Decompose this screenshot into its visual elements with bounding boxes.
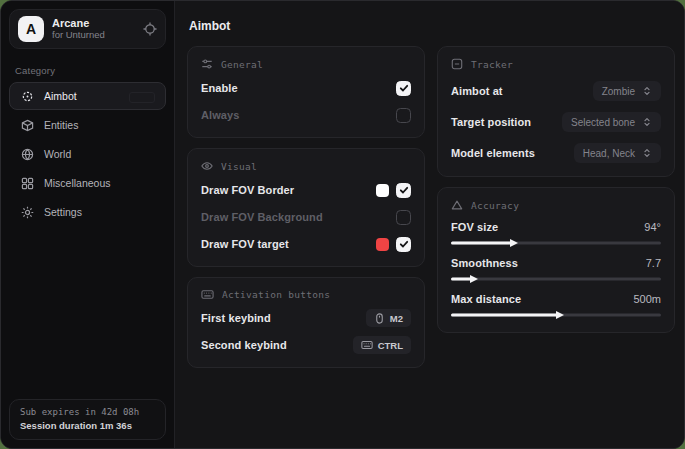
always-label: Always: [201, 109, 240, 121]
aimbot-at-select[interactable]: Zombie: [593, 81, 661, 101]
model-elements-label: Model elements: [451, 147, 535, 159]
accuracy-card: Accuracy FOV size 94° Smoothness: [437, 187, 675, 333]
page-title: Aimbot: [189, 19, 672, 33]
sidebar-item-label: World: [44, 148, 71, 160]
unfold-icon: [642, 117, 652, 127]
unfold-icon: [642, 86, 652, 96]
slider-thumb[interactable]: [470, 275, 478, 283]
keybind-value: M2: [390, 313, 403, 324]
smoothness-group: Smoothness 7.7: [451, 257, 661, 283]
sidebar-item-aimbot[interactable]: Aimbot: [9, 82, 166, 110]
fov-size-group: FOV size 94°: [451, 221, 661, 247]
sidebar-item-world[interactable]: World: [9, 140, 166, 168]
sidebar-item-label: Miscellaneous: [44, 177, 111, 189]
fov-size-label: FOV size: [451, 221, 498, 233]
sidebar-item-label: Aimbot: [44, 90, 77, 102]
fov-background-row: Draw FOV Background: [201, 208, 411, 226]
keyboard-icon: [201, 289, 214, 300]
sidebar-item-miscellaneous[interactable]: Miscellaneous: [9, 169, 166, 197]
max-distance-label: Max distance: [451, 293, 521, 305]
second-keybind-row: Second keybind CTRL: [201, 336, 411, 354]
max-distance-value: 500m: [633, 293, 661, 305]
fov-border-checkbox[interactable]: [396, 183, 411, 198]
section-title: Accuracy: [471, 200, 519, 211]
target-position-row: Target position Selected bone: [451, 112, 661, 132]
model-elements-row: Model elements Head, Neck: [451, 143, 661, 163]
select-value: Head, Neck: [583, 148, 635, 159]
enable-label: Enable: [201, 82, 238, 94]
model-elements-select[interactable]: Head, Neck: [574, 143, 661, 163]
first-keybind-label: First keybind: [201, 312, 271, 324]
always-checkbox[interactable]: [396, 108, 411, 123]
subscription-card: Sub expires in 42d 08h Session duration …: [9, 399, 166, 440]
box-icon: [21, 119, 34, 132]
sidebar-item-settings[interactable]: Settings: [9, 198, 166, 226]
crosshair-target-icon[interactable]: [143, 22, 157, 36]
fov-size-slider[interactable]: [451, 238, 661, 247]
enable-checkbox[interactable]: [396, 81, 411, 96]
fov-border-color-swatch[interactable]: [376, 184, 389, 197]
target-position-select[interactable]: Selected bone: [562, 112, 661, 132]
tracker-frame-icon: [451, 58, 463, 70]
grid-icon: [21, 177, 34, 190]
sidebar-item-label: Entities: [44, 119, 78, 131]
sub-expires-text: Sub expires in 42d 08h: [20, 407, 155, 417]
crosshair-icon: [21, 90, 34, 103]
visual-card: Visual Draw FOV Border Draw FOV Backgrou…: [187, 148, 425, 267]
tracker-card: Tracker Aimbot at Zombie Target position: [437, 46, 675, 177]
always-row: Always: [201, 106, 411, 124]
fov-target-color-swatch[interactable]: [376, 238, 389, 251]
session-duration-text: Session duration 1m 36s: [20, 420, 155, 431]
smoothness-value: 7.7: [646, 257, 661, 269]
sidebar-nav: Aimbot Entities World: [1, 82, 174, 226]
fov-target-label: Draw FOV target: [201, 238, 289, 250]
main-content: Aimbot General Enable: [175, 1, 684, 448]
slider-thumb[interactable]: [510, 239, 518, 247]
fov-target-checkbox[interactable]: [396, 237, 411, 252]
second-keybind-button[interactable]: CTRL: [353, 336, 411, 354]
fov-border-row: Draw FOV Border: [201, 181, 411, 199]
brand-text: Arcane for Unturned: [52, 17, 135, 41]
faint-hint-badge: [129, 92, 155, 103]
smoothness-slider[interactable]: [451, 274, 661, 283]
fov-border-label: Draw FOV Border: [201, 184, 294, 196]
activation-card: Activation buttons First keybind M2: [187, 277, 425, 368]
section-title: General: [221, 59, 263, 70]
section-title: Activation buttons: [222, 289, 330, 300]
sidebar-item-entities[interactable]: Entities: [9, 111, 166, 139]
unfold-icon: [642, 148, 652, 158]
aimbot-at-row: Aimbot at Zombie: [451, 81, 661, 101]
general-card: General Enable Always: [187, 46, 425, 138]
section-title: Visual: [221, 161, 257, 172]
right-column: Tracker Aimbot at Zombie Target position: [437, 46, 675, 333]
select-value: Selected bone: [571, 117, 635, 128]
gear-icon: [21, 206, 34, 219]
eye-icon: [201, 160, 213, 172]
fov-background-checkbox[interactable]: [396, 210, 411, 225]
target-position-label: Target position: [451, 116, 531, 128]
second-keybind-label: Second keybind: [201, 339, 287, 351]
arcane-window: A Arcane for Unturned Category Aimbot: [0, 0, 685, 449]
sidebar-item-label: Settings: [44, 206, 82, 218]
brand-title: Arcane: [52, 17, 135, 30]
select-value: Zombie: [602, 86, 635, 97]
keyboard-icon: [361, 340, 373, 350]
keybind-value: CTRL: [378, 340, 403, 351]
smoothness-label: Smoothness: [451, 257, 518, 269]
category-label: Category: [15, 65, 160, 76]
brand-card: A Arcane for Unturned: [9, 9, 166, 49]
section-title: Tracker: [471, 59, 513, 70]
globe-icon: [21, 148, 34, 161]
mouse-icon: [374, 313, 385, 324]
fov-target-row: Draw FOV target: [201, 235, 411, 253]
fov-background-label: Draw FOV Background: [201, 211, 323, 223]
brand-logo: A: [18, 16, 44, 42]
brand-subtitle: for Unturned: [52, 30, 135, 41]
first-keybind-row: First keybind M2: [201, 309, 411, 327]
slider-thumb[interactable]: [556, 311, 564, 319]
first-keybind-button[interactable]: M2: [366, 309, 411, 327]
fov-size-value: 94°: [644, 221, 661, 233]
max-distance-slider[interactable]: [451, 310, 661, 319]
left-column: General Enable Always: [187, 46, 425, 368]
enable-row: Enable: [201, 79, 411, 97]
